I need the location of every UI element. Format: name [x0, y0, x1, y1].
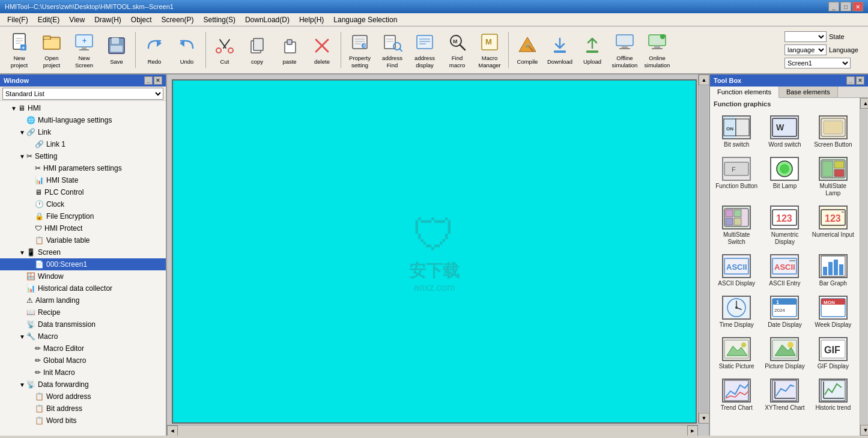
- tree-var-table[interactable]: 📋 Variable table: [0, 234, 166, 246]
- tree-setting[interactable]: ▼ ✂ Setting: [0, 150, 166, 162]
- new-screen-button[interactable]: + NewScreen: [68, 29, 100, 70]
- tree-macro[interactable]: ▼ 🔧 Macro: [0, 330, 166, 342]
- minimize-btn[interactable]: _: [828, 2, 839, 11]
- address-find-button[interactable]: addressFind: [377, 29, 408, 70]
- menu-help[interactable]: Help(H): [294, 14, 329, 25]
- standard-list-select[interactable]: Standard List: [2, 88, 163, 100]
- property-setting-button[interactable]: ⚙ Propertysetting: [344, 29, 375, 70]
- toolbox-ascii-entry[interactable]: ASCII ASCII Entry: [762, 251, 807, 290]
- menu-object[interactable]: Object: [126, 14, 157, 25]
- toolbox-word-switch[interactable]: W Word switch: [762, 112, 807, 151]
- toolbox-vscroll[interactable]: ▲ ▼: [860, 98, 868, 436]
- copy-button[interactable]: copy: [241, 29, 273, 70]
- tree-plc-control[interactable]: 🖥 PLC Control: [0, 186, 166, 198]
- tree-macro-editor[interactable]: ✏ Macro Editor: [0, 342, 166, 354]
- tree-global-macro[interactable]: ✏ Global Macro: [0, 354, 166, 367]
- toolbox-picture-display[interactable]: Picture Display: [762, 334, 807, 373]
- toolbox-trend-chart[interactable]: Trend Chart: [714, 376, 759, 415]
- tab-base-elements[interactable]: Base elements: [779, 87, 838, 97]
- tree-link1[interactable]: 🔗 Link 1: [0, 138, 166, 150]
- tree-screen[interactable]: ▼ 📱 Screen: [0, 246, 166, 258]
- language-dropdown[interactable]: language: [785, 44, 827, 55]
- toolbox-week-display[interactable]: MON Week Display: [810, 293, 856, 332]
- vscroll-up-btn[interactable]: ▲: [699, 75, 709, 85]
- tab-function-elements[interactable]: Function elements: [710, 87, 779, 98]
- hscroll-right-btn[interactable]: ►: [687, 425, 698, 436]
- menu-draw[interactable]: Draw(H): [90, 14, 126, 25]
- toolbox-function-button[interactable]: F Function Button: [714, 154, 759, 200]
- tree-hmi[interactable]: ▼ 🖥 HMI: [0, 102, 166, 114]
- menu-language[interactable]: Language Selection: [329, 14, 402, 25]
- toolbox-numentric-display[interactable]: 123 Numentric Display: [762, 202, 807, 249]
- toolbox-screen-button[interactable]: Screen Button: [810, 112, 856, 151]
- tree-word-bits[interactable]: 📋 Word bits: [0, 415, 166, 427]
- tree-file-encrypt[interactable]: 🔒 File Encryption: [0, 210, 166, 222]
- tree-hmi-params[interactable]: ✂ HMI parameters settings: [0, 162, 166, 174]
- toolbox-bit-lamp[interactable]: Bit Lamp: [762, 154, 807, 200]
- hscroll-left-btn[interactable]: ◄: [167, 425, 178, 436]
- tree-screen1[interactable]: 📄 000:Screen1: [0, 258, 166, 270]
- hscroll-track[interactable]: [178, 425, 687, 436]
- tree-word-addr[interactable]: 📋 Word address: [0, 391, 166, 403]
- menu-file[interactable]: File(F): [2, 14, 33, 25]
- tree-clock[interactable]: 🕐 Clock: [0, 198, 166, 210]
- toolbox-numerical-input[interactable]: 123 Numerical Input: [810, 202, 856, 249]
- tree-recipe[interactable]: 📖 Recipe: [0, 306, 166, 318]
- online-simulation-button[interactable]: Onlinesimulation: [642, 29, 673, 70]
- find-macro-button[interactable]: M Findmacro: [442, 29, 473, 70]
- tree-data-trans[interactable]: 📡 Data transmission: [0, 318, 166, 330]
- toolbox-gif-display[interactable]: GIF GIF Display: [810, 334, 856, 373]
- canvas-area[interactable]: 🛡 安下载 anxz.com ▲ ▼ ◄ ►: [167, 75, 709, 436]
- canvas[interactable]: 🛡 安下载 anxz.com: [172, 79, 697, 424]
- window-controls[interactable]: _ □ ✕: [828, 2, 863, 11]
- menu-screen[interactable]: Screen(P): [157, 14, 199, 25]
- save-button[interactable]: Save: [101, 29, 132, 70]
- screen-dropdown[interactable]: Screen1: [785, 58, 851, 68]
- menu-edit[interactable]: Edit(E): [33, 14, 65, 25]
- toolbox-multistate-lamp[interactable]: MultiState Lamp: [810, 154, 856, 200]
- close-btn[interactable]: ✕: [852, 2, 863, 11]
- offline-simulation-button[interactable]: Offlinesimulation: [609, 29, 640, 70]
- toolbox-scroll-thumb[interactable]: [861, 109, 867, 424]
- tree-hmi-state[interactable]: 📊 HMI State: [0, 174, 166, 186]
- panel-close-btn[interactable]: ✕: [154, 76, 162, 85]
- toolbox-bar-graph[interactable]: Bar Graph: [810, 251, 856, 290]
- paste-button[interactable]: paste: [274, 29, 305, 70]
- open-project-button[interactable]: Openproject: [36, 29, 67, 70]
- macro-manager-button[interactable]: M MacroManager: [474, 29, 505, 70]
- toolbox-static-picture[interactable]: Static Picture: [714, 334, 759, 373]
- toolbox-scroll-down[interactable]: ▼: [860, 425, 868, 436]
- tree-hist-data[interactable]: 📊 Historical data collector: [0, 282, 166, 294]
- toolbox-scroll-up[interactable]: ▲: [860, 98, 868, 109]
- tree-link[interactable]: ▼ 🔗 Link: [0, 126, 166, 138]
- upload-button[interactable]: Upload: [577, 29, 608, 70]
- toolbox-date-display[interactable]: 12024 Date Display: [762, 293, 807, 332]
- delete-button[interactable]: delete: [306, 29, 338, 70]
- tree-window[interactable]: 🪟 Window: [0, 270, 166, 282]
- cut-button[interactable]: Cut: [209, 29, 240, 70]
- download-button[interactable]: Download: [544, 29, 575, 70]
- toolbox-time-display[interactable]: Time Display: [714, 293, 759, 332]
- vscroll-down-btn[interactable]: ▼: [699, 413, 709, 424]
- compile-button[interactable]: 🔨 Compile: [512, 29, 543, 70]
- menu-download[interactable]: DownLoad(D): [240, 14, 294, 25]
- state-dropdown[interactable]: [785, 31, 827, 42]
- tree-init-macro[interactable]: ✏ Init Macro: [0, 367, 166, 379]
- redo-button[interactable]: Redo: [139, 29, 170, 70]
- toolbox-historic-trend[interactable]: Historic trend: [810, 376, 856, 415]
- toolbox-ascii-display[interactable]: ASCII ASCII Display: [714, 251, 759, 290]
- menu-setting[interactable]: Setting(S): [199, 14, 240, 25]
- toolbox-close-btn[interactable]: ✕: [856, 76, 864, 85]
- toolbox-minimize-btn[interactable]: _: [846, 76, 855, 85]
- tree-data-forward[interactable]: ▼ 📡 Data forwarding: [0, 379, 166, 391]
- toolbox-bit-switch[interactable]: ON Bit switch: [714, 112, 759, 151]
- tree-alarm[interactable]: ⚠ Alarm landing: [0, 294, 166, 306]
- panel-minimize-btn[interactable]: _: [144, 76, 153, 85]
- undo-button[interactable]: Undo: [171, 29, 202, 70]
- address-display-button[interactable]: addressdisplay: [409, 29, 440, 70]
- canvas-hscroll[interactable]: ◄ ►: [167, 425, 698, 436]
- new-project-button[interactable]: + Newproject: [4, 29, 35, 70]
- maximize-btn[interactable]: □: [840, 2, 851, 11]
- tree-hmi-protect[interactable]: 🛡 HMI Protect: [0, 222, 166, 234]
- canvas-vscroll[interactable]: ▲ ▼: [698, 75, 709, 424]
